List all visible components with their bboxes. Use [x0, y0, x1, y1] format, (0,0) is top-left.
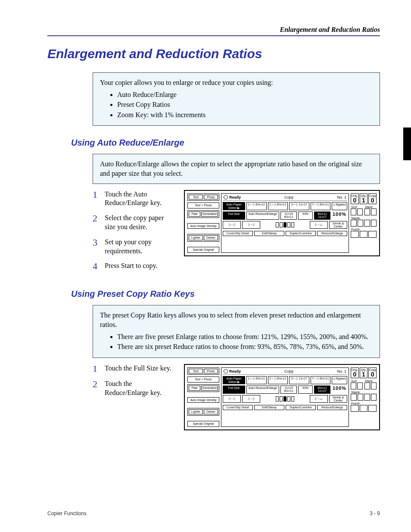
auto-steps: 1Touch the Auto Reduce/Enlarge key. 2Sel…	[93, 184, 175, 277]
tray-button[interactable]: 2 ⌐ ▯ 8½×11	[268, 376, 288, 384]
punch-option-icon[interactable]	[368, 231, 377, 238]
auto-paper-select-button[interactable]: Auto Paper Select ▶	[223, 202, 245, 210]
full-size-button[interactable]: Full Size	[223, 212, 245, 220]
bypass-button[interactable]: ⊔ Bypass	[332, 376, 347, 384]
staple-option-icon[interactable]	[351, 220, 357, 227]
tray-button[interactable]: 3 ⌐ ▯ 11×17	[289, 202, 309, 210]
punch-option-icon[interactable]	[360, 405, 368, 412]
stack-option-icon[interactable]	[364, 383, 370, 389]
punch-option-icon[interactable]	[351, 405, 359, 412]
special-original-button[interactable]: Special Original	[187, 421, 219, 427]
text-photo-buttons[interactable]: TextPhoto	[187, 367, 219, 375]
full-size-button[interactable]: Full Size	[223, 386, 245, 394]
step-number: 3	[93, 238, 100, 256]
auto-reduce-enlarge-button[interactable]: Auto Reduce/Enlarge	[246, 212, 279, 220]
mode-label: Copy	[284, 369, 293, 373]
tray-button[interactable]: T ⌐ ▯ 8½×11	[311, 376, 331, 384]
lighter-darker-buttons[interactable]: LighterDarker	[187, 234, 219, 242]
auto-reduce-enlarge-button[interactable]: Auto Reduce/Enlarge	[246, 386, 279, 394]
staple-option-icon[interactable]	[358, 394, 364, 401]
staple-label: Staple:	[351, 217, 377, 220]
stack-option-icon[interactable]	[371, 208, 377, 215]
ratio-percent-button[interactable]: 93%	[298, 386, 313, 394]
punch-option-icon[interactable]	[360, 231, 368, 238]
tray-button[interactable]: 1 ⌐ ▯ 8½×11	[246, 202, 267, 210]
orientation-icon[interactable]: ▯→▯	[242, 395, 260, 403]
sort-option-icon[interactable]	[357, 383, 363, 389]
pale-generation-buttons[interactable]: PaleGeneration	[187, 384, 219, 392]
stack-option-icon[interactable]	[364, 208, 370, 215]
tab-edit-stamp[interactable]: Edit/Stamp	[254, 405, 284, 410]
staple-option-icon[interactable]	[371, 394, 377, 401]
text-plus-photo-button[interactable]: Text + Photo	[187, 376, 219, 383]
running-header: Enlargement and Reduction Ratios	[47, 26, 380, 34]
punch-option-icon[interactable]	[351, 231, 359, 238]
tab-reduce-enlarge[interactable]: Reduce/Enlarge	[317, 231, 347, 236]
sort-option-icon[interactable]	[351, 208, 356, 215]
tab-edit-stamp[interactable]: Edit/Stamp	[254, 231, 284, 236]
page-title: Enlargement and Reduction Ratios	[47, 47, 380, 61]
auto-paper-select-button[interactable]: Auto Paper Select ▶	[223, 376, 245, 384]
pale-generation-buttons[interactable]: PaleGeneration	[187, 210, 219, 218]
lighter-darker-buttons[interactable]: LighterDarker	[187, 408, 219, 416]
step-text: Touch the Reduce/Enlarge key.	[105, 380, 175, 398]
punch-option-icon[interactable]	[368, 405, 377, 412]
orientation-icon[interactable]: ▯→▯	[223, 395, 241, 403]
staple-option-icon[interactable]	[371, 220, 377, 227]
staple-option-icon[interactable]	[364, 220, 370, 227]
counter-copy: Copy0	[368, 193, 377, 204]
shrink-center-button[interactable]: Shrink & Center	[329, 221, 347, 229]
density-scale[interactable]	[262, 395, 308, 403]
mode-label: Copy	[284, 195, 293, 199]
ratio-button[interactable]: 8½×11 11×17	[314, 386, 330, 394]
orientation-icon[interactable]: ▯→▭	[310, 221, 328, 229]
orientation-icon[interactable]: ▯→▯	[223, 221, 241, 229]
staple-option-icon[interactable]	[358, 220, 364, 227]
tab-cover-slip[interactable]: Cover/Slip Sheet	[223, 231, 253, 236]
tab-cover-slip[interactable]: Cover/Slip Sheet	[223, 405, 253, 410]
auto-image-density-button[interactable]: Auto Image Density	[187, 223, 219, 229]
sort-label: Sort:	[351, 380, 363, 383]
counter-qty: Qty.1	[360, 193, 368, 204]
step-number: 2	[93, 214, 100, 232]
ready-indicator: Ready	[224, 195, 241, 200]
preset-bullet: There are five preset Enlarge ratios to …	[117, 332, 373, 342]
special-original-button[interactable]: Special Original	[187, 247, 219, 253]
ready-indicator: Ready	[224, 369, 241, 374]
stack-label: Stack:	[364, 205, 377, 208]
orientation-icon[interactable]: ▯→▯	[242, 221, 260, 229]
step-number: 1	[93, 190, 100, 208]
bypass-button[interactable]: ⊔ Bypass	[332, 202, 347, 210]
step-text: Touch the Full Size key.	[105, 364, 171, 373]
stack-label: Stack:	[364, 380, 377, 383]
sort-option-icon[interactable]	[351, 383, 356, 389]
tab-duplex-combine[interactable]: Duplex/Combine	[286, 231, 316, 236]
shrink-center-button[interactable]: Shrink & Center	[329, 395, 347, 403]
tray-button[interactable]: 3 ⌐ ▯ 11×17	[289, 376, 309, 384]
text-photo-buttons[interactable]: TextPhoto	[187, 193, 219, 201]
ratio-button[interactable]: 8½×11 11×17	[314, 212, 330, 220]
step-text: Touch the Auto Reduce/Enlarge key.	[105, 190, 175, 208]
section-heading-preset: Using Preset Copy Ratio Keys	[71, 289, 380, 299]
auto-image-density-button[interactable]: Auto Image Density	[187, 397, 219, 403]
text-plus-photo-button[interactable]: Text + Photo	[187, 202, 219, 208]
tray-button[interactable]: T ⌐ ▯ 8½×11	[311, 202, 331, 210]
sort-option-icon[interactable]	[357, 208, 363, 215]
preset-box: The preset Copy Ratio keys allows you to…	[93, 305, 380, 358]
preset-bullet: There are six preset Reduce ratios to ch…	[117, 342, 373, 352]
punch-label: Punch:	[351, 402, 377, 405]
ratio-button[interactable]: 11×15 8½×11	[280, 386, 297, 394]
ratio-button[interactable]: 11×15 8½×11	[280, 212, 297, 220]
section-heading-auto: Using Auto Reduce/Enlarge	[71, 138, 380, 148]
tray-button[interactable]: 1 ⌐ ▯ 8½×11	[246, 376, 267, 384]
orientation-icon[interactable]: ▯→▭	[310, 395, 328, 403]
staple-option-icon[interactable]	[351, 394, 357, 401]
staple-option-icon[interactable]	[364, 394, 370, 401]
tab-reduce-enlarge[interactable]: Reduce/Enlarge	[317, 405, 347, 410]
stack-option-icon[interactable]	[371, 383, 377, 389]
density-scale[interactable]	[262, 221, 308, 229]
tray-button[interactable]: 2 ⌐ ▯ 8½×11	[268, 202, 288, 210]
counter-copy: Copy0	[368, 367, 377, 378]
ratio-percent-button[interactable]: 93%	[298, 212, 313, 220]
tab-duplex-combine[interactable]: Duplex/Combine	[286, 405, 316, 410]
